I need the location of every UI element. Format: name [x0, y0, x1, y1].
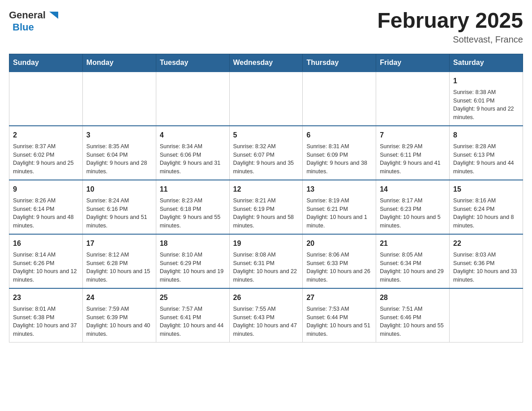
- day-number: 16: [13, 238, 79, 249]
- calendar-cell: [229, 72, 303, 126]
- day-number: 3: [86, 130, 152, 141]
- calendar-cell: 25Sunrise: 7:57 AMSunset: 6:41 PMDayligh…: [156, 288, 229, 342]
- day-info: Sunrise: 8:08 AMSunset: 6:31 PMDaylight:…: [233, 251, 299, 284]
- day-number: 6: [306, 130, 372, 141]
- day-info: Sunrise: 8:31 AMSunset: 6:09 PMDaylight:…: [306, 142, 372, 176]
- day-info: Sunrise: 8:14 AMSunset: 6:26 PMDaylight:…: [13, 251, 79, 284]
- calendar-week-row: 16Sunrise: 8:14 AMSunset: 6:26 PMDayligh…: [9, 234, 523, 288]
- col-wednesday: Wednesday: [229, 54, 303, 72]
- day-number: 1: [453, 76, 519, 86]
- calendar-cell: 2Sunrise: 8:37 AMSunset: 6:02 PMDaylight…: [9, 126, 83, 180]
- calendar-cell: 24Sunrise: 7:59 AMSunset: 6:39 PMDayligh…: [82, 288, 156, 342]
- day-number: 23: [13, 292, 79, 303]
- day-number: 4: [160, 130, 226, 141]
- logo-blue-text: Blue: [13, 21, 34, 33]
- day-info: Sunrise: 8:01 AMSunset: 6:38 PMDaylight:…: [13, 305, 79, 338]
- calendar-cell: 21Sunrise: 8:05 AMSunset: 6:34 PMDayligh…: [376, 234, 450, 288]
- day-info: Sunrise: 8:26 AMSunset: 6:14 PMDaylight:…: [13, 197, 79, 230]
- calendar-cell: 20Sunrise: 8:06 AMSunset: 6:33 PMDayligh…: [303, 234, 376, 288]
- logo-general-text: General: [9, 9, 46, 21]
- calendar-cell: 12Sunrise: 8:21 AMSunset: 6:19 PMDayligh…: [229, 180, 303, 234]
- day-info: Sunrise: 7:59 AMSunset: 6:39 PMDaylight:…: [86, 305, 152, 338]
- col-monday: Monday: [82, 54, 156, 72]
- calendar-cell: 8Sunrise: 8:28 AMSunset: 6:13 PMDaylight…: [450, 126, 523, 180]
- day-info: Sunrise: 8:19 AMSunset: 6:21 PMDaylight:…: [306, 197, 372, 230]
- day-info: Sunrise: 8:38 AMSunset: 6:01 PMDaylight:…: [453, 88, 519, 122]
- calendar-cell: 9Sunrise: 8:26 AMSunset: 6:14 PMDaylight…: [9, 180, 83, 234]
- day-info: Sunrise: 8:03 AMSunset: 6:36 PMDaylight:…: [453, 251, 519, 284]
- calendar-cell: 3Sunrise: 8:35 AMSunset: 6:04 PMDaylight…: [82, 126, 156, 180]
- col-sunday: Sunday: [9, 54, 83, 72]
- calendar-cell: 27Sunrise: 7:53 AMSunset: 6:44 PMDayligh…: [303, 288, 376, 342]
- logo: General Blue: [9, 9, 60, 33]
- page-header: General Blue February 2025 Sottevast, Fr…: [9, 9, 523, 45]
- calendar-header-row: Sunday Monday Tuesday Wednesday Thursday…: [9, 54, 523, 72]
- calendar-cell: 14Sunrise: 8:17 AMSunset: 6:23 PMDayligh…: [376, 180, 450, 234]
- day-info: Sunrise: 8:17 AMSunset: 6:23 PMDaylight:…: [380, 197, 446, 230]
- calendar-cell: 26Sunrise: 7:55 AMSunset: 6:43 PMDayligh…: [229, 288, 303, 342]
- calendar-cell: 5Sunrise: 8:32 AMSunset: 6:07 PMDaylight…: [229, 126, 303, 180]
- location-subtitle: Sottevast, France: [377, 34, 523, 45]
- day-info: Sunrise: 8:21 AMSunset: 6:19 PMDaylight:…: [233, 197, 299, 230]
- calendar-cell: 10Sunrise: 8:24 AMSunset: 6:16 PMDayligh…: [82, 180, 156, 234]
- calendar-cell: 6Sunrise: 8:31 AMSunset: 6:09 PMDaylight…: [303, 126, 376, 180]
- calendar-cell: 28Sunrise: 7:51 AMSunset: 6:46 PMDayligh…: [376, 288, 450, 342]
- calendar-cell: [9, 72, 83, 126]
- day-number: 24: [86, 292, 152, 303]
- day-number: 22: [453, 238, 519, 249]
- day-info: Sunrise: 8:23 AMSunset: 6:18 PMDaylight:…: [160, 197, 226, 230]
- day-number: 11: [160, 184, 226, 195]
- day-info: Sunrise: 7:51 AMSunset: 6:46 PMDaylight:…: [380, 305, 446, 338]
- day-info: Sunrise: 7:53 AMSunset: 6:44 PMDaylight:…: [306, 305, 372, 338]
- calendar-cell: 22Sunrise: 8:03 AMSunset: 6:36 PMDayligh…: [450, 234, 523, 288]
- calendar-cell: [450, 288, 523, 342]
- calendar-cell: 1Sunrise: 8:38 AMSunset: 6:01 PMDaylight…: [450, 72, 523, 126]
- calendar-table: Sunday Monday Tuesday Wednesday Thursday…: [9, 54, 523, 342]
- day-info: Sunrise: 8:06 AMSunset: 6:33 PMDaylight:…: [306, 251, 372, 284]
- day-number: 12: [233, 184, 299, 195]
- calendar-week-row: 23Sunrise: 8:01 AMSunset: 6:38 PMDayligh…: [9, 288, 523, 342]
- month-title: February 2025: [377, 9, 523, 33]
- day-info: Sunrise: 8:16 AMSunset: 6:24 PMDaylight:…: [453, 197, 519, 230]
- day-number: 13: [306, 184, 372, 195]
- day-info: Sunrise: 8:29 AMSunset: 6:11 PMDaylight:…: [380, 142, 446, 176]
- title-block: February 2025 Sottevast, France: [377, 9, 523, 45]
- calendar-cell: 17Sunrise: 8:12 AMSunset: 6:28 PMDayligh…: [82, 234, 156, 288]
- day-info: Sunrise: 8:24 AMSunset: 6:16 PMDaylight:…: [86, 197, 152, 230]
- day-number: 19: [233, 238, 299, 249]
- day-info: Sunrise: 8:10 AMSunset: 6:29 PMDaylight:…: [160, 251, 226, 284]
- calendar-cell: 18Sunrise: 8:10 AMSunset: 6:29 PMDayligh…: [156, 234, 229, 288]
- day-number: 7: [380, 130, 446, 141]
- day-info: Sunrise: 8:28 AMSunset: 6:13 PMDaylight:…: [453, 142, 519, 176]
- day-info: Sunrise: 8:34 AMSunset: 6:06 PMDaylight:…: [160, 142, 226, 176]
- day-info: Sunrise: 8:05 AMSunset: 6:34 PMDaylight:…: [380, 251, 446, 284]
- col-friday: Friday: [376, 54, 450, 72]
- calendar-week-row: 1Sunrise: 8:38 AMSunset: 6:01 PMDaylight…: [9, 72, 523, 126]
- svg-marker-0: [49, 12, 58, 19]
- calendar-cell: [82, 72, 156, 126]
- calendar-cell: 4Sunrise: 8:34 AMSunset: 6:06 PMDaylight…: [156, 126, 229, 180]
- calendar-cell: 16Sunrise: 8:14 AMSunset: 6:26 PMDayligh…: [9, 234, 83, 288]
- day-number: 14: [380, 184, 446, 195]
- day-number: 20: [306, 238, 372, 249]
- day-number: 25: [160, 292, 226, 303]
- calendar-cell: 23Sunrise: 8:01 AMSunset: 6:38 PMDayligh…: [9, 288, 83, 342]
- logo-triangle-icon: [47, 9, 60, 21]
- calendar-cell: [376, 72, 450, 126]
- day-number: 2: [13, 130, 79, 141]
- day-number: 27: [306, 292, 372, 303]
- day-info: Sunrise: 8:32 AMSunset: 6:07 PMDaylight:…: [233, 142, 299, 176]
- day-info: Sunrise: 7:57 AMSunset: 6:41 PMDaylight:…: [160, 305, 226, 338]
- calendar-cell: 11Sunrise: 8:23 AMSunset: 6:18 PMDayligh…: [156, 180, 229, 234]
- day-number: 5: [233, 130, 299, 141]
- day-info: Sunrise: 7:55 AMSunset: 6:43 PMDaylight:…: [233, 305, 299, 338]
- day-number: 8: [453, 130, 519, 141]
- day-number: 21: [380, 238, 446, 249]
- day-number: 26: [233, 292, 299, 303]
- day-number: 17: [86, 238, 152, 249]
- day-number: 15: [453, 184, 519, 195]
- col-tuesday: Tuesday: [156, 54, 229, 72]
- calendar-cell: 19Sunrise: 8:08 AMSunset: 6:31 PMDayligh…: [229, 234, 303, 288]
- calendar-week-row: 9Sunrise: 8:26 AMSunset: 6:14 PMDaylight…: [9, 180, 523, 234]
- day-number: 10: [86, 184, 152, 195]
